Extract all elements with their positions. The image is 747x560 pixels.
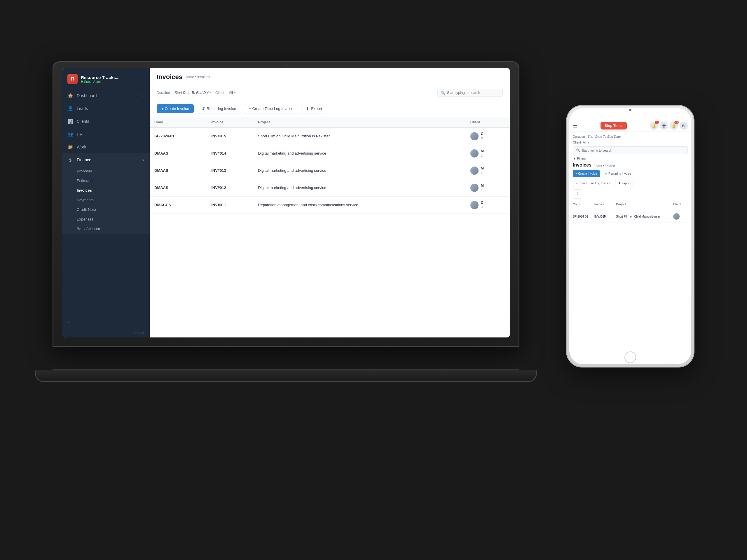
phone-cell-project: Short Film on Child Malnutrition in <box>616 215 672 218</box>
phone-help-button[interactable]: ? <box>573 189 582 198</box>
sidebar-item-estimates[interactable]: Estimates <box>62 176 150 186</box>
notification-icon-1[interactable]: 🔔 1 <box>650 122 658 130</box>
table-row[interactable]: DMAAS INV#014 Digital marketing and adve… <box>150 145 510 162</box>
phone-create-invoice-button[interactable]: + Create Invoice <box>573 170 600 177</box>
sidebar-item-expenses[interactable]: Expenses <box>62 214 150 224</box>
recurring-invoice-button[interactable]: ↺ Recurring Invoice <box>197 104 241 113</box>
version-label: v5.2.91 <box>62 328 150 338</box>
phone-cell-code: SF-2024-01 <box>573 215 593 218</box>
sidebar-item-leads[interactable]: 👤 Leads <box>62 102 150 115</box>
table-row[interactable]: DMAAS INV#012 Digital marketing and adve… <box>150 179 510 196</box>
col-project[interactable]: Project <box>253 117 465 128</box>
phone-search-bar[interactable]: 🔍 <box>573 146 688 154</box>
sidebar-item-finance[interactable]: $ Finance ∨ <box>62 153 150 166</box>
table-row[interactable]: SF-2024-01 INV#015 Short Film on Child M… <box>150 128 510 145</box>
phone-home-button[interactable] <box>624 351 636 363</box>
date-range[interactable]: Start Date To End Date <box>175 91 211 95</box>
toolbar: + Create Invoice ↺ Recurring Invoice + C… <box>150 100 510 117</box>
cell-client: M L <box>466 145 510 162</box>
sidebar-item-dashboard[interactable]: 🏠 Dashboard › <box>62 89 150 102</box>
cell-invoice: INV#015 <box>207 128 253 145</box>
sidebar-item-bank-account[interactable]: Bank Account <box>62 224 150 234</box>
folder-icon: 📁 <box>68 144 73 150</box>
brand-role: Super Admin <box>81 80 145 83</box>
sidebar-item-proposal[interactable]: Proposal <box>62 166 150 176</box>
laptop-camera <box>284 64 287 68</box>
notification-icon-2[interactable]: 🔔 23 <box>670 122 678 130</box>
sidebar-item-work[interactable]: 📁 Work › <box>62 140 150 153</box>
home-icon: 🏠 <box>68 93 73 99</box>
client-info: M L <box>481 149 484 158</box>
table-body: SF-2024-01 INV#015 Short Film on Child M… <box>150 128 510 213</box>
cell-project: Short Film on Child Malnutrition in Paki… <box>253 128 465 145</box>
brand-info: Resource Tracks... Super Admin <box>81 75 145 83</box>
brand-header: R Resource Tracks... Super Admin <box>62 68 150 89</box>
phone-filters-button[interactable]: ▼ Filters <box>573 157 688 160</box>
col-invoice[interactable]: Invoice <box>207 117 253 128</box>
breadcrumb: Home • Invoices <box>185 75 210 79</box>
create-time-log-button[interactable]: + Create Time Log Invoice <box>244 104 298 113</box>
export-icon: ⬆ <box>618 182 621 185</box>
cell-client: M L <box>466 179 510 196</box>
add-icon[interactable]: ➕ <box>660 122 668 130</box>
sidebar-item-credit-note[interactable]: Credit Note <box>62 205 150 214</box>
phone-recurring-invoice-button[interactable]: ↺ Recurring Invoice <box>602 170 634 177</box>
cell-project: Digital marketing and advertising servic… <box>253 179 465 196</box>
avatar <box>470 201 479 209</box>
col-client[interactable]: Client <box>466 117 510 128</box>
badge-1: 1 <box>655 121 659 124</box>
phone-export-button[interactable]: ⬆ Export <box>615 180 634 187</box>
cell-client: C F <box>466 128 510 145</box>
search-bar[interactable]: 🔍 <box>437 89 503 97</box>
chevron-right-icon: › <box>143 145 145 149</box>
user-icon: 👤 <box>68 106 73 111</box>
avatar <box>470 149 479 158</box>
phone-table-row[interactable]: SF-2024-01 INV#015 Short Film on Child M… <box>573 210 688 223</box>
laptop-body: R Resource Tracks... Super Admin <box>53 61 519 347</box>
sidebar-item-invoices[interactable]: Invoices <box>62 186 150 195</box>
phone-client-filter[interactable]: Client All <box>573 140 688 144</box>
phone-col-code: Code <box>573 203 593 206</box>
stop-timer-button[interactable]: Stop Timer <box>600 122 627 130</box>
sidebar-item-hr[interactable]: 👥 HR › <box>62 128 150 140</box>
sidebar-item-payments[interactable]: Payments <box>62 195 150 205</box>
export-button[interactable]: ⬆ Export <box>301 104 327 113</box>
sidebar-item-clients[interactable]: 📊 Clients <box>62 115 150 128</box>
table-row[interactable]: RMACCS INV#011 Reputation management and… <box>150 196 510 213</box>
col-code[interactable]: Code <box>150 117 207 128</box>
client-label: Client <box>215 91 224 95</box>
phone-create-time-log-button[interactable]: + Create Time Log Invoice <box>573 180 613 187</box>
search-icon: 🔍 <box>576 149 580 152</box>
power-icon[interactable]: ⏻ <box>679 122 688 130</box>
cell-client: M L <box>466 162 510 179</box>
phone-toolbar-row2: + Create Time Log Invoice ⬆ Export <box>573 180 688 187</box>
phone-device: ☰ Stop Timer 🔔 1 ➕ 🔔 23 <box>566 105 694 368</box>
create-invoice-button[interactable]: + Create Invoice <box>157 104 194 113</box>
cell-invoice: INV#011 <box>207 196 253 213</box>
hamburger-icon[interactable]: ☰ <box>573 123 577 129</box>
chart-icon: 📊 <box>68 118 73 124</box>
phone-toolbar: + Create Invoice ↺ Recurring Invoice <box>573 170 688 177</box>
phone-table-header: Code Invoice Project Client <box>573 201 688 208</box>
status-dot <box>81 80 83 83</box>
cell-invoice: INV#012 <box>207 179 253 196</box>
table-row[interactable]: DMAAS INV#013 Digital marketing and adve… <box>150 162 510 179</box>
search-input[interactable] <box>447 91 499 95</box>
chevron-down-icon: ∨ <box>142 158 145 162</box>
chevron-right-icon: › <box>143 94 145 98</box>
invoices-table: Code Invoice Project Client SF-2024-01 <box>150 117 510 213</box>
laptop-base <box>35 370 537 382</box>
cell-project: Digital marketing and advertising servic… <box>253 145 465 162</box>
phone-avatar <box>673 213 679 220</box>
page-title: Invoices <box>157 73 182 81</box>
client-info: M L <box>481 166 484 175</box>
sidebar-collapse-button[interactable]: ‹ <box>62 315 150 328</box>
sidebar: R Resource Tracks... Super Admin <box>62 68 150 338</box>
phone-content: Duration Start Date To End Date Client A… <box>569 132 691 364</box>
client-filter[interactable]: All <box>229 91 236 95</box>
phone-col-invoice: Invoice <box>594 203 615 206</box>
cell-project: Digital marketing and advertising servic… <box>253 162 465 179</box>
phone-cell-invoice: INV#015 <box>594 215 615 218</box>
phone-col-client: Client <box>673 203 688 206</box>
phone-search-input[interactable] <box>582 149 685 152</box>
